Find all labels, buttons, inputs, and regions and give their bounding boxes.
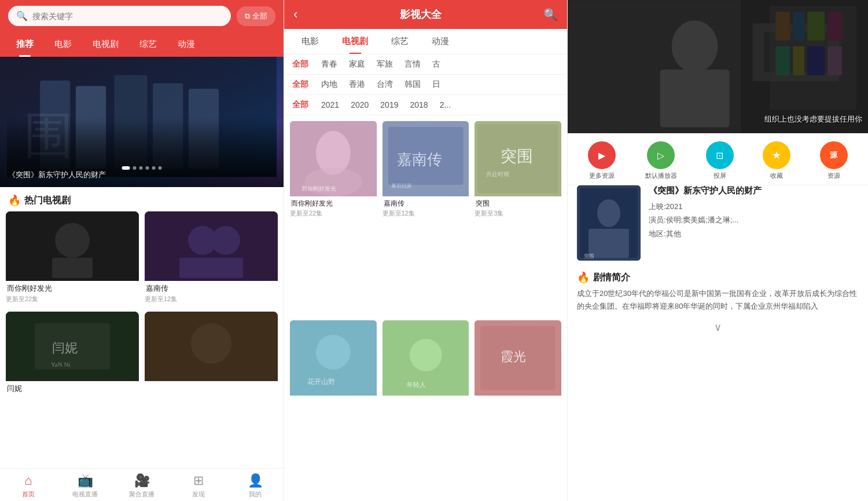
nav-item-anime[interactable]: 动漫 [167, 32, 205, 57]
filter-label-genre: 全部 [292, 59, 310, 70]
nav-item-movie[interactable]: 电影 [44, 32, 82, 57]
filter-opt-jiating[interactable]: 家庭 [349, 59, 365, 70]
hot-item-1-title: 嘉南传 [145, 281, 278, 295]
detail-text-block: 《突围》新东守护人民的财产 上映:2021 演员:侯明;窦美嫣;潘之琳;... … [649, 185, 762, 261]
svg-text:闫妮: 闫妮 [52, 341, 78, 355]
mid-item-2[interactable]: 突围 共赴时艰 突围 更新至3集 [475, 121, 561, 315]
bottom-nav: ⌂ 首页 📺 电视直播 🎥 聚合直播 ⊞ 发现 👤 我的 [0, 468, 284, 501]
mid-tab-tv[interactable]: 电视剧 [330, 29, 380, 54]
filter-opt-gu[interactable]: 古 [432, 59, 440, 70]
banner-dot-2[interactable] [133, 166, 137, 170]
video-subtitle: 组织上也没考虑要提拔任用你 [764, 114, 862, 125]
live-icon: 🎥 [134, 473, 150, 488]
filter-label-region: 全部 [292, 79, 310, 90]
svg-point-60 [597, 199, 620, 227]
mid-item-3-title [290, 396, 377, 398]
svg-point-20 [191, 323, 231, 364]
filter-opt-ri[interactable]: 日 [432, 79, 440, 90]
banner[interactable]: 围 《突围》新东守护人民的财产 [0, 57, 284, 187]
filter-label-year: 全部 [292, 100, 310, 110]
banner-dot-5[interactable] [152, 166, 156, 170]
filter-opt-junlv[interactable]: 军旅 [377, 59, 393, 70]
mid-tab-anime[interactable]: 动漫 [420, 29, 461, 54]
filter-icon: ⧉ [245, 12, 250, 21]
svg-rect-51 [793, 12, 804, 41]
discover-icon: ⊞ [193, 473, 204, 488]
nav-item-recommend[interactable]: 推荐 [6, 32, 44, 57]
hot-item-3[interactable] [145, 312, 278, 397]
svg-point-9 [55, 223, 90, 258]
back-button[interactable]: ‹ [293, 7, 297, 22]
bottom-nav-discover[interactable]: ⊞ 发现 [170, 473, 227, 499]
bottom-nav-tv[interactable]: 📺 电视直播 [57, 473, 113, 499]
filter-opt-hanguo[interactable]: 韩国 [404, 79, 421, 90]
hot-item-2[interactable]: 闫妮 YaN Ni 闫妮 [6, 312, 139, 397]
mid-tab-variety[interactable]: 综艺 [380, 29, 420, 54]
svg-point-45 [672, 20, 718, 72]
mid-item-3[interactable]: 花开山野 [290, 320, 377, 495]
nav-item-tv[interactable]: 电视剧 [82, 32, 129, 57]
video-player[interactable]: 组织上也没考虑要提拔任用你 [568, 0, 868, 133]
action-cast[interactable]: ⊡ 投屏 [706, 141, 734, 180]
mid-item-4[interactable]: 年轻人 [382, 320, 469, 495]
action-favorite[interactable]: ★ 收藏 [763, 141, 790, 180]
svg-text:花开山野: 花开山野 [307, 378, 335, 386]
bottom-nav-live[interactable]: 🎥 聚合直播 [113, 473, 170, 499]
action-label-4: 资源 [827, 171, 840, 180]
bottom-nav-home[interactable]: ⌂ 首页 [0, 473, 57, 499]
section-title-hot: 🔥 热门电视剧 [0, 187, 284, 211]
filter-opt-xianggang[interactable]: 香港 [349, 79, 365, 90]
search-icon: 🔍 [16, 10, 28, 21]
banner-dot-4[interactable] [146, 166, 149, 170]
intro-title: 剧情简介 [593, 272, 630, 284]
action-default-player[interactable]: ▷ 默认播放器 [645, 141, 677, 180]
svg-text:嘉南传: 嘉南传 [397, 151, 442, 168]
filter-opt-more[interactable]: 2... [440, 100, 451, 109]
filter-opt-2021[interactable]: 2021 [321, 100, 339, 109]
search-bar[interactable]: 🔍 [8, 6, 231, 26]
tv-icon: 📺 [78, 473, 93, 488]
expand-button[interactable]: ∨ [568, 319, 868, 336]
action-source[interactable]: 源 资源 [820, 141, 848, 180]
detail-meta-region: 地区:其他 [649, 227, 762, 240]
hot-item-1[interactable]: 嘉南传 更新至12集 [145, 211, 278, 306]
mid-search-icon[interactable]: 🔍 [543, 8, 558, 21]
filter-opt-2018[interactable]: 2018 [410, 100, 428, 109]
mid-item-0[interactable]: 而你刚好发光 而你刚好发光 更新至22集 [290, 121, 377, 315]
filter-opt-2020[interactable]: 2020 [351, 100, 369, 109]
filter-row-region: 全部 内地 香港 台湾 韩国 日 [284, 75, 567, 95]
filter-opt-yanqing[interactable]: 言情 [404, 59, 421, 70]
filter-opt-qingchun[interactable]: 青春 [321, 59, 337, 70]
mid-tab-movie[interactable]: 电影 [290, 29, 330, 54]
filter-button[interactable]: ⧉ 全部 [237, 6, 275, 26]
filter-opt-neidi[interactable]: 内地 [321, 79, 337, 90]
mid-item-2-title: 突围 [475, 196, 561, 209]
detail-meta-year: 上映:2021 [649, 200, 762, 213]
banner-dot-1[interactable] [122, 166, 130, 170]
mid-item-1[interactable]: 嘉南传 幕后玩家 嘉南传 更新至12集 [382, 121, 469, 315]
filter-opt-taiwan[interactable]: 台湾 [377, 79, 393, 90]
filter-opt-2019[interactable]: 2019 [380, 100, 398, 109]
mid-tabs: 电影 电视剧 综艺 动漫 [284, 29, 567, 54]
hot-item-0[interactable]: 而你刚好发光 更新至22集 [6, 211, 139, 306]
svg-rect-10 [52, 258, 93, 278]
chevron-down-icon: ∨ [714, 321, 722, 334]
left-nav: 推荐 电影 电视剧 综艺 动漫 [0, 32, 284, 57]
svg-text:突围: 突围 [584, 253, 594, 259]
action-more-sources[interactable]: ▶ 更多资源 [588, 141, 616, 180]
svg-point-37 [410, 339, 442, 371]
banner-dot-6[interactable] [159, 166, 162, 170]
nav-item-variety[interactable]: 综艺 [129, 32, 167, 57]
search-input[interactable] [32, 12, 223, 21]
svg-rect-53 [827, 12, 842, 41]
hot-item-2-sub [6, 395, 139, 397]
bottom-nav-profile[interactable]: 👤 我的 [227, 473, 284, 499]
banner-dot-3[interactable] [139, 166, 143, 170]
filter-row-year: 全部 2021 2020 2019 2018 2... [284, 95, 567, 115]
filter-row-genre: 全部 青春 家庭 军旅 言情 古 [284, 54, 567, 75]
hot-grid: 而你刚好发光 更新至22集 嘉南传 更新至12集 闫妮 [0, 211, 284, 397]
hot-item-2-title: 闫妮 [6, 381, 139, 395]
svg-rect-52 [807, 12, 825, 41]
mid-item-5[interactable]: 霞光 [475, 320, 561, 495]
svg-text:突围: 突围 [501, 147, 533, 165]
